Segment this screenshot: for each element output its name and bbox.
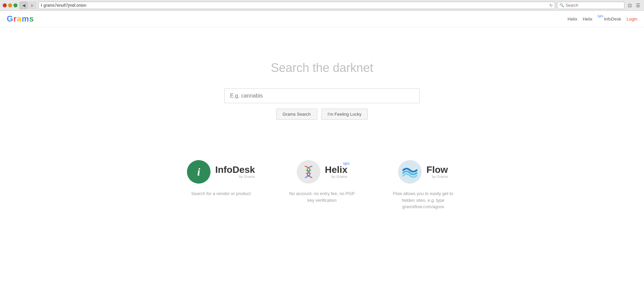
flow-title: Flow (426, 165, 448, 175)
main-content: Search the darknet Grams Search I'm Feel… (0, 27, 644, 210)
page-content: Grams Helix Helix light InfoDesk Login S… (0, 11, 644, 303)
nav-helix-light[interactable]: Helix light (583, 16, 599, 22)
nav-login[interactable]: Login (626, 16, 637, 22)
search-form: Grams Search I'm Feeling Lucky (0, 88, 644, 120)
helix-icon (297, 160, 320, 184)
browser-chrome: ◀ ▶ ℹ ↻ 🔍 ⊡ ☰ (0, 0, 644, 11)
hero-title: Search the darknet (271, 61, 373, 75)
nav-infodesk[interactable]: InfoDesk (604, 16, 621, 22)
helix-light-label: light (343, 162, 349, 165)
infodesk-title: InfoDesk (215, 165, 255, 175)
service-helix-light[interactable]: Helix light by Grams No account, no entr… (288, 160, 356, 210)
search-icon: 🔍 (559, 3, 564, 7)
infodesk-logo-row: i InfoDesk by Grams (187, 160, 255, 184)
service-flow[interactable]: Flow by Grams Flow allows you to easily … (389, 160, 457, 210)
top-nav: Grams Helix Helix light InfoDesk Login (0, 11, 644, 27)
infodesk-description: Search for a vendor or product (191, 190, 251, 197)
helix-light-superscript: light (598, 14, 603, 18)
flow-description: Flow allows you to easily get to hidden … (389, 190, 457, 210)
back-button[interactable]: ◀ (20, 2, 28, 9)
browser-extra-icons: ⊡ ☰ (626, 2, 641, 9)
flow-by-grams: by Grams (432, 175, 448, 179)
logo-r: r (13, 14, 17, 23)
forward-button[interactable]: ▶ (28, 2, 36, 9)
refresh-icon[interactable]: ↻ (549, 3, 553, 8)
browser-search-bar[interactable]: 🔍 (557, 2, 624, 9)
traffic-lights (3, 3, 18, 7)
info-icon: ℹ (41, 3, 42, 7)
flow-title-block: Flow by Grams (426, 165, 448, 179)
minimize-button[interactable] (8, 3, 12, 7)
search-buttons: Grams Search I'm Feeling Lucky (276, 109, 368, 120)
browser-menu-icon[interactable]: ☰ (635, 2, 641, 9)
address-bar[interactable]: ℹ ↻ (38, 2, 555, 9)
helix-title-wrapper: Helix light (325, 165, 348, 175)
logo-g: G (7, 14, 13, 23)
close-button[interactable] (3, 3, 7, 7)
logo-s: s (29, 14, 34, 23)
browser-icon-square[interactable]: ⊡ (626, 2, 633, 9)
helix-logo-row: Helix light by Grams (297, 160, 348, 184)
service-infodesk[interactable]: i InfoDesk by Grams Search for a vendor … (187, 160, 255, 210)
nav-helix[interactable]: Helix (568, 16, 577, 22)
grams-search-button[interactable]: Grams Search (276, 109, 317, 120)
nav-buttons: ◀ ▶ (20, 2, 36, 9)
logo-m: m (22, 14, 29, 23)
address-input[interactable] (43, 3, 548, 8)
feeling-lucky-button[interactable]: I'm Feeling Lucky (321, 109, 368, 120)
services-section: i InfoDesk by Grams Search for a vendor … (174, 160, 470, 210)
infodesk-icon: i (187, 160, 211, 184)
logo[interactable]: Grams (7, 14, 34, 24)
flow-icon (398, 160, 422, 184)
browser-search-input[interactable] (566, 3, 622, 8)
infodesk-by-grams: by Grams (239, 175, 255, 179)
helix-by-grams: by Grams (331, 175, 348, 179)
flow-logo-row: Flow by Grams (398, 160, 448, 184)
helix-title: Helix (325, 164, 348, 175)
logo-a: a (17, 14, 22, 23)
helix-title-block: Helix light by Grams (325, 165, 348, 179)
maximize-button[interactable] (13, 3, 18, 7)
helix-description: No account, no entry fee, no PGP key ver… (288, 190, 356, 203)
infodesk-title-block: InfoDesk by Grams (215, 165, 255, 179)
nav-links: Helix Helix light InfoDesk Login (568, 16, 637, 22)
nav-helix-light-label: Helix (583, 16, 592, 22)
main-search-input[interactable] (224, 88, 420, 103)
